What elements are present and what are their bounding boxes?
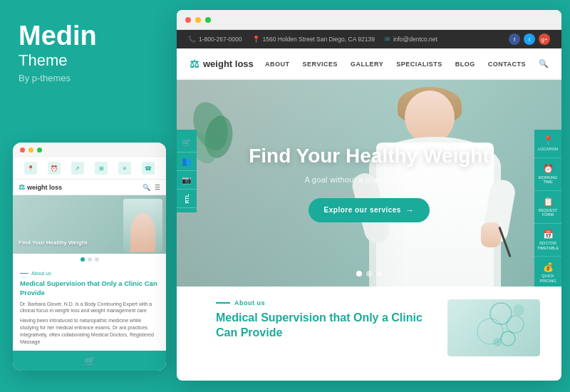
- sidebar-form-icon: 📋: [543, 197, 554, 207]
- brand-author: By p-themes: [19, 73, 149, 83]
- phone-search-icon[interactable]: 🔍: [142, 184, 150, 191]
- browser-mockup: 📞 1-800-267-0000 📍 1560 Holden Street Sa…: [177, 10, 561, 381]
- phone-dot-red: [20, 148, 25, 153]
- site-sidebar-right: 📍 Location ⏰ Working Time 📋 Request Form…: [534, 130, 561, 287]
- phone-body-text-2: Having been introduced to naturopathic m…: [20, 317, 159, 345]
- phone-icon-share: ↗: [71, 162, 84, 175]
- phone-top-bar: [13, 143, 166, 158]
- left-nav-cart[interactable]: 🛒: [177, 134, 197, 153]
- site-topbar: 📞 1-800-267-0000 📍 1560 Holden Street Sa…: [177, 30, 561, 48]
- brand-title: Medin: [19, 21, 149, 51]
- phone-about-tag: About us: [20, 271, 159, 276]
- left-nav-rtl-label: RTL: [185, 191, 190, 207]
- phone-slide-dot-2[interactable]: [88, 257, 92, 262]
- phone-nav: ⚖ weight loss 🔍 ☰: [13, 180, 166, 195]
- svg-point-1: [507, 316, 524, 333]
- svg-point-4: [513, 304, 524, 316]
- topbar-email: ✉ info@dentco.net: [385, 36, 437, 43]
- sidebar-location-button[interactable]: 📍 Location: [534, 130, 561, 158]
- phone-icon: 📞: [188, 36, 196, 43]
- hero-subtitle: A goal without a plan is just a wish.: [304, 175, 433, 184]
- browser-maximize-dot: [205, 17, 211, 23]
- phone-icon-clock: ⏰: [48, 162, 61, 175]
- about-tag-line: [216, 302, 230, 304]
- logo-text: weight loss: [203, 58, 254, 69]
- sidebar-location-label: Location: [538, 147, 558, 152]
- sidebar-pricing-icon: 💰: [543, 262, 554, 272]
- phone-dot-yellow: [28, 148, 33, 153]
- email-icon: ✉: [385, 36, 390, 43]
- site-about: About us Medical Supervision that Only a…: [177, 287, 561, 367]
- facebook-button[interactable]: f: [509, 33, 520, 45]
- phone-logo: ⚖ weight loss: [19, 183, 62, 191]
- site-logo: ⚖ weight loss: [190, 58, 254, 71]
- sidebar-pricing-button[interactable]: 💰 Quick Pricing: [534, 257, 561, 287]
- phone-icon-location: 📍: [24, 162, 37, 175]
- phone-slide-dot-1[interactable]: [81, 257, 85, 262]
- phone-heading: Medical Supervision that Only a Clinic C…: [20, 279, 159, 298]
- site-left-nav: 🛒 👥 📷 RTL: [177, 130, 197, 212]
- sidebar-location-icon: 📍: [543, 135, 554, 145]
- sidebar-timetable-button[interactable]: 📅 Doctor Timetable: [534, 224, 561, 257]
- topbar-address: 📍 1560 Holden Street San Diego, CA 92139: [252, 36, 375, 43]
- phone-bottom-bar: 🛒: [13, 351, 166, 371]
- sidebar-working-label: Working Time: [537, 175, 559, 185]
- phone-logo-icon: ⚖: [19, 183, 25, 191]
- hero-slide-dots: [356, 271, 382, 277]
- sidebar-calendar-icon: 📅: [543, 229, 554, 239]
- phone-hero-person: [123, 199, 162, 252]
- hero-cta-button[interactable]: Explore our services →: [309, 198, 430, 222]
- browser-close-dot: [185, 17, 191, 23]
- phone-slide-dot-3[interactable]: [95, 257, 99, 262]
- nav-blog[interactable]: Blog: [455, 61, 475, 68]
- nav-contacts[interactable]: Contacts: [488, 61, 526, 68]
- twitter-button[interactable]: t: [524, 33, 535, 45]
- phone-icons-row: 📍 ⏰ ↗ ⊞ ≡ ☎: [13, 158, 166, 180]
- browser-chrome: [177, 10, 561, 30]
- phone-body-text: Dr. Barbara Glover, N.D. is a Body Conto…: [20, 301, 159, 315]
- location-icon: 📍: [252, 36, 260, 43]
- topbar-left: 📞 1-800-267-0000 📍 1560 Holden Street Sa…: [188, 36, 437, 43]
- googleplus-button[interactable]: g+: [539, 33, 550, 45]
- nav-services[interactable]: Services: [303, 61, 338, 68]
- sidebar-clock-icon: ⏰: [543, 164, 554, 174]
- sidebar-timetable-label: Doctor Timetable: [537, 241, 559, 250]
- about-right: [447, 299, 540, 356]
- hero-title: Find Your Healthy Weight: [249, 144, 489, 168]
- sidebar-request-button[interactable]: 📋 Request Form: [534, 191, 561, 224]
- phone-icon-list: ≡: [118, 162, 131, 175]
- svg-point-3: [501, 331, 515, 346]
- sidebar-working-time-button[interactable]: ⏰ Working Time: [534, 158, 561, 191]
- site-navbar: ⚖ weight loss About Services Gallery Spe…: [177, 48, 561, 80]
- left-nav-camera[interactable]: 📷: [177, 171, 197, 190]
- phone-menu-icon[interactable]: ☰: [155, 184, 160, 191]
- phone-hero: Find Your Healthy Weight: [13, 195, 166, 254]
- phone-nav-actions: 🔍 ☰: [142, 184, 160, 191]
- hero-dot-1[interactable]: [356, 271, 362, 277]
- nav-specialists[interactable]: Specialists: [396, 61, 442, 68]
- about-tag-text: About us: [234, 299, 265, 306]
- phone-mockup: 📍 ⏰ ↗ ⊞ ≡ ☎ ⚖ weight loss 🔍 ☰ Find Your …: [13, 143, 166, 371]
- phone-about-line: [20, 273, 28, 274]
- left-nav-people[interactable]: 👥: [177, 153, 197, 171]
- nav-menu: About Services Gallery Specialists Blog …: [265, 59, 549, 68]
- hero-dot-2[interactable]: [366, 271, 372, 277]
- site-hero: Find Your Healthy Weight A goal without …: [177, 80, 561, 287]
- hero-content: Find Your Healthy Weight A goal without …: [177, 80, 561, 287]
- hero-btn-arrow: →: [405, 205, 415, 215]
- brand-subtitle: Theme: [19, 51, 149, 70]
- dna-decoration: [447, 299, 533, 356]
- left-nav-rtl[interactable]: RTL: [177, 190, 197, 208]
- svg-point-0: [490, 303, 512, 324]
- nav-about[interactable]: About: [265, 61, 290, 68]
- topbar-phone: 📞 1-800-267-0000: [188, 36, 242, 43]
- nav-search-icon[interactable]: 🔍: [539, 59, 549, 68]
- nav-gallery[interactable]: Gallery: [351, 61, 383, 68]
- phone-dot-green: [37, 148, 42, 153]
- sidebar-pricing-label: Quick Pricing: [537, 274, 559, 283]
- hero-dot-3[interactable]: [376, 271, 382, 277]
- phone-cart-icon[interactable]: 🛒: [84, 356, 95, 366]
- sidebar-request-label: Request Form: [537, 208, 559, 217]
- topbar-social: f t g+: [509, 33, 550, 45]
- phone-content: About us Medical Supervision that Only a…: [13, 265, 166, 351]
